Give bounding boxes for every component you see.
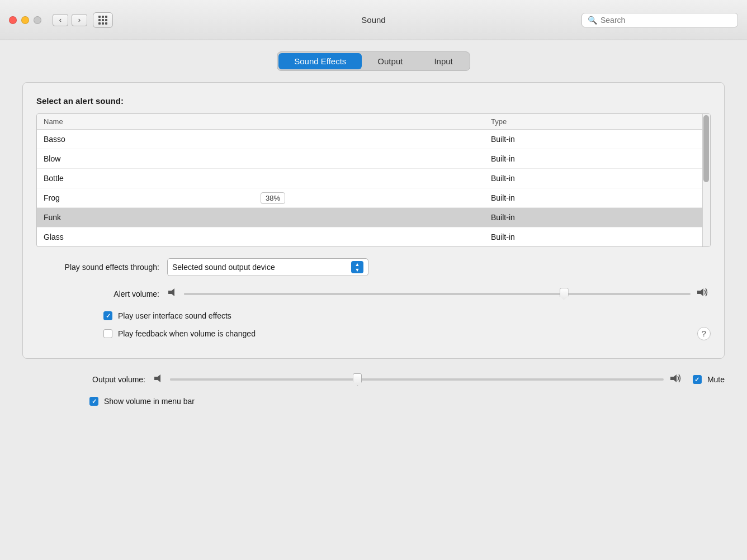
show-volume-label: Show volume in menu bar	[104, 397, 195, 406]
dropdown-arrow-icon: ▲ ▼	[351, 261, 363, 273]
alert-volume-label: Alert volume:	[36, 290, 159, 298]
ui-sounds-row: Play user interface sound effects	[36, 311, 711, 320]
svg-marker-1	[697, 288, 703, 296]
sound-name: Glass	[44, 232, 491, 241]
alert-volume-track[interactable]	[184, 293, 691, 295]
ui-sounds-checkbox[interactable]	[103, 311, 112, 320]
show-volume-checkbox[interactable]	[89, 397, 98, 406]
sound-name: Funk	[44, 213, 491, 222]
help-button[interactable]: ?	[697, 327, 711, 340]
column-name-header: Name	[44, 117, 491, 126]
play-through-label: Play sound effects through:	[36, 263, 159, 272]
list-item[interactable]: Blow Built-in	[37, 149, 710, 169]
tab-sound-effects[interactable]: Sound Effects	[278, 53, 362, 69]
sound-type: Built-in	[491, 174, 703, 183]
close-button[interactable]	[9, 16, 17, 24]
sound-panel: Select an alert sound: Name Type Basso B…	[22, 82, 725, 359]
alert-volume-row: Alert volume:	[36, 286, 711, 301]
minimize-button[interactable]	[21, 16, 29, 24]
speaker-high-icon	[696, 286, 711, 301]
back-button[interactable]: ‹	[53, 14, 68, 26]
search-icon: 🔍	[588, 16, 597, 25]
feedback-checkbox[interactable]	[103, 329, 112, 338]
titlebar: ‹ › Sound 🔍	[0, 0, 747, 40]
maximize-button[interactable]	[34, 16, 41, 24]
sound-type: Built-in	[491, 232, 703, 241]
sound-type: Built-in	[491, 213, 703, 222]
output-volume-slider-container: Mute	[153, 372, 725, 387]
feedback-row: Play feedback when volume is changed ?	[36, 327, 711, 340]
play-through-row: Play sound effects through: Selected sou…	[36, 258, 711, 276]
play-through-dropdown[interactable]: Selected sound output device ▲ ▼	[167, 258, 368, 276]
alert-volume-thumb[interactable]	[560, 288, 569, 300]
nav-buttons: ‹ ›	[53, 14, 87, 26]
list-body: Basso Built-in Blow Built-in Bottle Buil…	[37, 130, 710, 246]
sound-type: Built-in	[491, 193, 703, 202]
list-item[interactable]: Basso Built-in	[37, 130, 710, 149]
scrollbar-thumb[interactable]	[703, 115, 709, 182]
forward-button[interactable]: ›	[72, 14, 87, 26]
sound-type: Built-in	[491, 135, 703, 144]
mute-checkbox[interactable]	[693, 375, 702, 384]
sound-name: Bottle	[44, 174, 491, 183]
main-content: Sound Effects Output Input Select an ale…	[0, 40, 747, 560]
output-speaker-low-icon	[153, 373, 164, 386]
grid-button[interactable]	[93, 12, 113, 28]
progress-badge: 38%	[261, 192, 285, 204]
bottom-section: Output volume:	[22, 372, 725, 406]
sound-type: Built-in	[491, 154, 703, 163]
sound-name: Blow	[44, 154, 491, 163]
sound-name: Basso	[44, 135, 491, 144]
output-volume-row: Output volume:	[22, 372, 725, 387]
search-input[interactable]	[601, 16, 732, 25]
tabs: Sound Effects Output Input	[277, 51, 470, 71]
window-title: Sound	[361, 15, 385, 25]
tabs-container: Sound Effects Output Input	[22, 51, 725, 71]
speaker-low-icon	[167, 287, 178, 300]
mute-label: Mute	[707, 375, 725, 384]
alert-volume-slider-container	[167, 286, 711, 301]
traffic-lights	[9, 16, 41, 24]
list-item[interactable]: Bottle Built-in	[37, 169, 710, 188]
tab-output[interactable]: Output	[362, 53, 418, 69]
scrollbar-track[interactable]	[702, 114, 710, 246]
tab-input[interactable]: Input	[418, 53, 468, 69]
svg-marker-0	[168, 288, 174, 296]
svg-marker-2	[154, 374, 160, 382]
section-title: Select an alert sound:	[36, 96, 711, 106]
output-volume-thumb[interactable]	[353, 373, 362, 386]
search-bar[interactable]: 🔍	[581, 13, 738, 27]
list-item[interactable]: Frog 38% Built-in	[37, 188, 710, 208]
sound-list: Name Type Basso Built-in Blow Built-in B…	[36, 113, 711, 247]
output-volume-label: Output volume:	[22, 375, 145, 384]
show-volume-row: Show volume in menu bar	[22, 397, 725, 406]
svg-marker-3	[670, 374, 677, 382]
column-type-header: Type	[491, 117, 703, 126]
list-item[interactable]: Funk Built-in	[37, 208, 710, 227]
dropdown-value: Selected sound output device	[172, 263, 351, 272]
list-header: Name Type	[37, 114, 710, 130]
output-volume-track[interactable]	[170, 378, 664, 381]
output-speaker-high-icon	[669, 372, 684, 387]
feedback-label: Play feedback when volume is changed	[118, 329, 256, 338]
list-item[interactable]: Glass Built-in	[37, 227, 710, 246]
ui-sounds-label: Play user interface sound effects	[118, 311, 231, 320]
grid-icon	[98, 16, 107, 25]
